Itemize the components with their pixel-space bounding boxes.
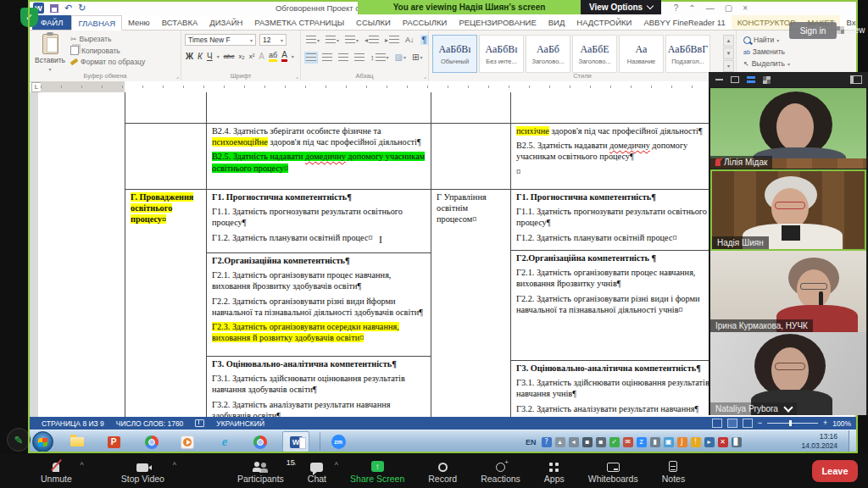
record-button[interactable]: Record	[428, 459, 457, 484]
format-painter-button[interactable]: Формат по образцу	[70, 58, 145, 66]
video-tile[interactable]: Ірина Курмакова, НУЧК	[710, 251, 866, 332]
save-icon[interactable]	[50, 4, 58, 13]
highlight-color-button[interactable]: аб	[269, 52, 277, 62]
sort-button[interactable]: А↓	[405, 36, 415, 44]
view-button[interactable]: View	[837, 22, 867, 37]
font-color-button[interactable]: А	[281, 51, 287, 62]
ribbon-tab-главная[interactable]: ГЛАВНАЯ	[71, 15, 122, 30]
align-center-button[interactable]	[322, 53, 332, 62]
align-right-button[interactable]	[338, 53, 348, 62]
bullet-list-button[interactable]: ▾	[306, 36, 320, 44]
cut-button[interactable]: ✂Вырезать	[70, 35, 145, 43]
ribbon-tab-меню[interactable]: Меню	[122, 15, 156, 30]
caret-up-icon[interactable]: ^	[292, 461, 296, 469]
dialog-launcher-icon[interactable]: ⌟	[176, 73, 179, 80]
font-size-combo[interactable]: 12▾	[259, 34, 287, 46]
text-effects-button[interactable]: А	[259, 52, 264, 61]
table-cell[interactable]: Г Управління освітнім процесом¤	[431, 189, 510, 417]
restore-icon[interactable]: ▢	[725, 3, 732, 13]
zoom-in-button[interactable]: +	[823, 419, 827, 427]
print-layout-icon[interactable]	[727, 419, 737, 428]
redo-icon[interactable]: ↻	[78, 3, 86, 14]
notes-button[interactable]: Notes	[662, 459, 685, 484]
taskbar-powerpoint[interactable]: P	[100, 431, 127, 452]
taskbar-zoom[interactable]: zm	[325, 431, 352, 452]
ribbon-tab-дизайн[interactable]: ДИЗАЙН	[203, 15, 248, 30]
speaker-view-icon[interactable]	[747, 76, 755, 83]
show-desktop-button[interactable]	[849, 430, 856, 453]
font-name-combo[interactable]: Times New F▾	[185, 34, 256, 46]
table-cell[interactable]: Г3. Оцінювально-аналітична компетентніст…	[510, 360, 731, 417]
ribbon-options-icon[interactable]: ⌃	[688, 3, 695, 13]
apps-button[interactable]: Apps	[544, 459, 565, 484]
ribbon-tab-вид[interactable]: ВИД	[542, 15, 571, 30]
style-card[interactable]: АаБбВвГПодзагол...	[665, 35, 710, 73]
tray-zoom-tray-icon[interactable]: z	[637, 437, 647, 447]
video-tile[interactable]: Nataliya Prybora	[710, 332, 866, 415]
taskbar-media-player[interactable]	[174, 431, 201, 452]
caret-up-icon[interactable]: ^	[173, 461, 176, 469]
zoom-slider[interactable]	[767, 423, 818, 424]
ribbon-tab-abbyy-finereader-11[interactable]: ABBYY FineReader 11	[637, 15, 731, 30]
tray-graphics-icon[interactable]: ▪	[596, 437, 606, 447]
reactions-button[interactable]: Reactions	[481, 459, 520, 484]
undo-icon[interactable]: ↶	[64, 3, 72, 14]
tray-java-icon[interactable]: J	[677, 437, 687, 447]
indent-button[interactable]: ▸	[385, 36, 399, 44]
select-button[interactable]: ↖Выделить▾	[743, 59, 790, 68]
table-cell[interactable]: Г. Провадження освітнього процесу¤	[125, 189, 206, 417]
tray-check-ok-icon[interactable]: ✓	[609, 437, 620, 447]
multilevel-list-button[interactable]: ▾	[345, 36, 359, 44]
strikethrough-button[interactable]: abc	[224, 53, 235, 60]
whiteboards-button[interactable]: Whiteboards	[588, 459, 638, 484]
tray-warning-icon[interactable]: !	[691, 437, 701, 447]
outdent-button[interactable]: ◂	[364, 36, 379, 44]
sign-in-button[interactable]: Sign in	[789, 22, 837, 39]
proofing-icon[interactable]	[195, 419, 204, 427]
dialog-launcher-icon[interactable]: ⌟	[424, 73, 426, 80]
copy-button[interactable]: Копировать	[70, 46, 145, 55]
view-options-button[interactable]: View Options	[581, 0, 661, 14]
participants-button[interactable]: Participants15^	[237, 459, 284, 484]
superscript-button[interactable]: x²	[249, 53, 255, 60]
tray-player-icon[interactable]: ▸	[704, 437, 715, 447]
table-cell[interactable]: психічне здоров'я під час професійної ді…	[510, 123, 731, 189]
italic-button[interactable]: К	[198, 52, 203, 61]
caret-up-icon[interactable]: ^	[81, 461, 84, 469]
tray-defender-icon[interactable]: ▣	[664, 437, 674, 447]
word-count[interactable]: ЧИСЛО СЛОВ: 1760	[116, 419, 184, 428]
ribbon-tab-вставка[interactable]: ВСТАВКА	[156, 15, 204, 30]
borders-button[interactable]: ⊞▾	[412, 53, 422, 62]
taskbar-edge[interactable]: e	[211, 431, 238, 452]
tray-display-icon[interactable]: ▪	[582, 437, 593, 447]
minimize-icon[interactable]: —	[706, 3, 715, 13]
video-tile-active-speaker[interactable]: Надія Шиян	[710, 169, 866, 251]
tray-mail-icon[interactable]: ✉	[623, 437, 633, 447]
tray-help-icon[interactable]: ?	[542, 437, 552, 447]
taskbar-chrome-2[interactable]	[247, 431, 274, 452]
table-cell[interactable]: Г1. Прогностична компетентність¶Г1.1. Зд…	[206, 189, 431, 252]
thumbnail-view-icon[interactable]	[731, 76, 739, 83]
replace-button[interactable]: abЗаменить	[743, 47, 790, 56]
table-cell[interactable]: Г2.Організаційна компетентність ¶Г2.1. З…	[510, 250, 731, 360]
tray-updates-icon[interactable]: ▴	[555, 437, 565, 447]
zoom-out-button[interactable]: −	[758, 419, 762, 427]
bold-button[interactable]: Ж	[186, 52, 193, 61]
help-icon[interactable]: ?	[674, 3, 679, 13]
page-indicator[interactable]: СТРАНИЦА 8 ИЗ 9	[42, 419, 104, 428]
taskbar-chrome[interactable]	[138, 431, 165, 452]
tray-volume-icon[interactable]: ◂	[569, 437, 579, 447]
subscript-button[interactable]: x₂	[239, 53, 245, 60]
style-card[interactable]: АаБбЕЗаголово...	[572, 35, 617, 73]
taskbar-word-active[interactable]: W	[282, 431, 309, 452]
table-cell[interactable]: В2.4. Здатність зберігати особисте фізич…	[206, 123, 431, 189]
start-button[interactable]	[32, 431, 53, 452]
video-tile[interactable]: Лілія Мідак	[710, 88, 866, 169]
style-card[interactable]: АаБбВıБез инте...	[479, 35, 524, 73]
tray-battery-icon[interactable]: ▮	[650, 437, 660, 447]
unmute-button[interactable]: Unmute^	[41, 459, 72, 484]
table-cell[interactable]: Г1. Прогностична компетентність¶Г1.1. Зд…	[510, 189, 731, 250]
annotation-pencil-button[interactable]: ✎	[7, 428, 31, 452]
ribbon-tab-надстройки[interactable]: НАДСТРОЙКИ	[570, 15, 637, 30]
minimize-panel-icon[interactable]	[715, 79, 723, 80]
